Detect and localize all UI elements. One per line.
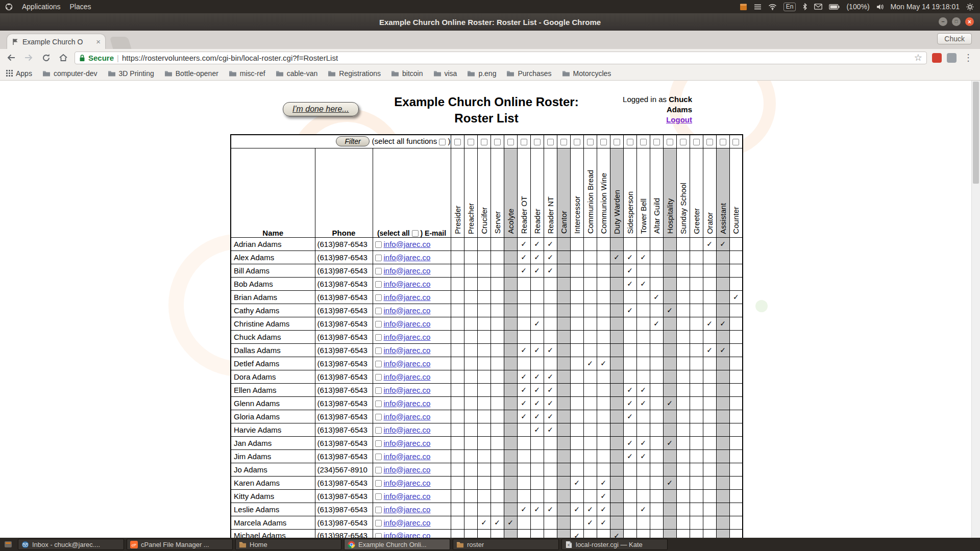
taskbar-window-button[interactable]: roster xyxy=(453,539,559,550)
email-select-checkbox[interactable] xyxy=(375,281,382,288)
taskbar-window-button[interactable]: Inbox - chuck@jarec.... xyxy=(18,539,124,550)
extension-icon-gray[interactable] xyxy=(947,53,957,63)
email-link[interactable]: info@jarec.co xyxy=(384,479,431,487)
bookmark-item[interactable]: p.eng xyxy=(467,69,496,78)
extension-icon-red[interactable] xyxy=(932,53,942,63)
bookmark-item[interactable]: Purchases xyxy=(506,69,551,78)
tab-close-icon[interactable]: × xyxy=(96,37,101,46)
url-text[interactable]: https://rostervolunteers.com/cgi-bin/loc… xyxy=(122,54,911,62)
email-select-checkbox[interactable] xyxy=(375,414,382,420)
maximize-button[interactable]: □ xyxy=(952,17,961,26)
email-link[interactable]: info@jarec.co xyxy=(384,452,431,461)
email-link[interactable]: info@jarec.co xyxy=(384,505,431,514)
email-select-checkbox[interactable] xyxy=(375,480,382,487)
bookmark-item[interactable]: misc-ref xyxy=(229,69,265,78)
email-select-checkbox[interactable] xyxy=(375,321,382,328)
email-select-checkbox[interactable] xyxy=(375,533,382,538)
function-select-checkbox[interactable] xyxy=(574,139,580,145)
function-select-checkbox[interactable] xyxy=(560,139,567,145)
email-select-checkbox[interactable] xyxy=(375,387,382,394)
back-button[interactable] xyxy=(5,52,17,64)
email-select-checkbox[interactable] xyxy=(375,255,382,261)
select-all-emails-checkbox[interactable] xyxy=(412,230,419,237)
minimize-button[interactable]: – xyxy=(939,17,947,26)
email-link[interactable]: info@jarec.co xyxy=(384,293,431,302)
function-select-checkbox[interactable] xyxy=(667,139,673,145)
battery-icon[interactable] xyxy=(829,4,840,10)
function-select-checkbox[interactable] xyxy=(468,139,474,145)
function-select-checkbox[interactable] xyxy=(640,139,647,145)
bookmark-item[interactable]: Registrations xyxy=(328,69,381,78)
function-select-checkbox[interactable] xyxy=(481,139,487,145)
taskbar-window-button[interactable]: Example Church Onli... xyxy=(344,539,450,550)
email-link[interactable]: info@jarec.co xyxy=(384,425,431,434)
email-link[interactable]: info@jarec.co xyxy=(384,280,431,288)
email-select-checkbox[interactable] xyxy=(375,400,382,407)
email-link[interactable]: info@jarec.co xyxy=(384,372,431,381)
taskbar-window-button[interactable]: Klocal-roster.cgi — Kate xyxy=(561,539,668,550)
email-link[interactable]: info@jarec.co xyxy=(384,359,431,368)
logout-link[interactable]: Logout xyxy=(666,115,692,124)
power-gear-icon[interactable] xyxy=(966,3,974,11)
session-indicator-icon[interactable] xyxy=(754,4,762,10)
new-tab-button[interactable] xyxy=(110,37,132,49)
bookmark-item[interactable]: Motorcycles xyxy=(562,69,611,78)
window-titlebar[interactable]: Example Church Online Roster: Roster Lis… xyxy=(0,13,980,31)
bluetooth-icon[interactable] xyxy=(802,3,807,10)
email-link[interactable]: info@jarec.co xyxy=(384,531,431,538)
function-select-checkbox[interactable] xyxy=(720,139,726,145)
ubuntu-logo-icon[interactable] xyxy=(5,3,13,11)
function-select-checkbox[interactable] xyxy=(614,139,620,145)
email-select-checkbox[interactable] xyxy=(375,308,382,314)
function-select-checkbox[interactable] xyxy=(547,139,554,145)
email-link[interactable]: info@jarec.co xyxy=(384,412,431,421)
clock[interactable]: Mon May 14 19:18:01 xyxy=(891,3,960,11)
email-link[interactable]: info@jarec.co xyxy=(384,439,431,447)
email-link[interactable]: info@jarec.co xyxy=(384,518,431,527)
volume-icon[interactable] xyxy=(876,4,884,10)
profile-badge[interactable]: Chuck xyxy=(937,33,972,44)
close-button[interactable]: × xyxy=(965,17,974,26)
email-link[interactable]: info@jarec.co xyxy=(384,492,431,500)
email-link[interactable]: info@jarec.co xyxy=(384,306,431,315)
email-select-checkbox[interactable] xyxy=(375,493,382,500)
address-bar[interactable]: Secure | https://rostervolunteers.com/cg… xyxy=(75,52,927,64)
bookmark-apps[interactable]: Apps xyxy=(6,69,32,78)
applications-menu[interactable]: Applications xyxy=(22,3,61,11)
taskbar-launcher-icon[interactable] xyxy=(4,540,12,548)
secure-lock-icon[interactable] xyxy=(79,54,85,62)
email-select-checkbox[interactable] xyxy=(375,467,382,473)
function-select-checkbox[interactable] xyxy=(521,139,527,145)
email-select-checkbox[interactable] xyxy=(375,454,382,460)
bookmark-item[interactable]: cable-van xyxy=(276,69,318,78)
email-link[interactable]: info@jarec.co xyxy=(384,240,431,248)
email-link[interactable]: info@jarec.co xyxy=(384,386,431,394)
email-select-checkbox[interactable] xyxy=(375,440,382,447)
taskbar-window-button[interactable]: Home xyxy=(235,539,341,550)
bookmark-item[interactable]: visa xyxy=(433,69,457,78)
bookmark-item[interactable]: computer-dev xyxy=(42,69,97,78)
email-select-checkbox[interactable] xyxy=(375,361,382,367)
function-select-checkbox[interactable] xyxy=(732,139,739,145)
function-select-checkbox[interactable] xyxy=(494,139,501,145)
select-all-functions-checkbox[interactable] xyxy=(439,139,446,145)
function-select-checkbox[interactable] xyxy=(534,139,541,145)
wifi-icon[interactable] xyxy=(768,4,777,10)
secure-label[interactable]: Secure xyxy=(88,54,114,62)
forward-button[interactable] xyxy=(22,52,35,64)
browser-menu-icon[interactable]: ⋮ xyxy=(962,52,975,63)
function-select-checkbox[interactable] xyxy=(706,139,713,145)
email-link[interactable]: info@jarec.co xyxy=(384,266,431,275)
function-select-checkbox[interactable] xyxy=(680,139,687,145)
scrollbar-thumb[interactable] xyxy=(973,82,979,184)
email-link[interactable]: info@jarec.co xyxy=(384,465,431,474)
email-select-checkbox[interactable] xyxy=(375,241,382,248)
bookmark-item[interactable]: 3D Printing xyxy=(108,69,154,78)
browser-tab[interactable]: Example Church O × xyxy=(7,34,105,49)
filter-button[interactable]: Filter xyxy=(336,136,369,146)
email-link[interactable]: info@jarec.co xyxy=(384,399,431,408)
email-link[interactable]: info@jarec.co xyxy=(384,253,431,262)
software-box-icon[interactable] xyxy=(740,3,747,11)
places-menu[interactable]: Places xyxy=(70,3,91,11)
keyboard-layout-indicator[interactable]: En xyxy=(783,3,796,11)
